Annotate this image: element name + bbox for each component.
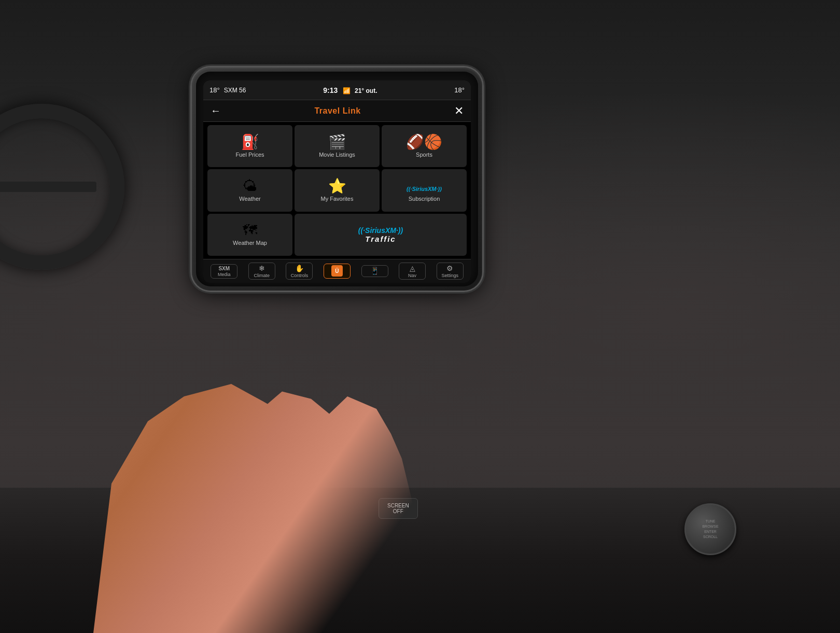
sxm-traffic-button[interactable]: ((·SiriusXM·)) Traffic: [295, 214, 467, 256]
my-favorites-button[interactable]: ⭐ My Favorites: [295, 169, 380, 211]
dashboard-bottom: SCREENOFF TUNEBROWSEENTERSCROLL: [0, 488, 840, 633]
media-nav-item[interactable]: SXM Media: [211, 264, 237, 279]
my-favorites-label: My Favorites: [321, 196, 354, 202]
media-icon: SXM: [218, 266, 230, 271]
uconnect-nav-item[interactable]: Ü: [324, 264, 351, 279]
sxm-traffic-logo: ((·SiriusXM·)) Traffic: [358, 226, 403, 243]
phone-icon: 📱: [370, 267, 379, 275]
media-label: Media: [218, 272, 231, 277]
clock: 9:13 📶 21° out.: [323, 86, 377, 94]
sports-icon: 🏈🏀: [406, 135, 442, 149]
phone-nav-item[interactable]: 📱: [361, 265, 388, 277]
sxm-subscription-button[interactable]: ((·SiriusXM·)) Subscription: [382, 169, 467, 211]
knob-label: TUNEBROWSEENTERSCROLL: [702, 519, 718, 539]
screen-off-button[interactable]: SCREENOFF: [379, 498, 418, 519]
status-bar: 18° SXM 56 9:13 📶 21° out. 18°: [203, 80, 471, 100]
radio-station: SXM 56: [224, 87, 246, 94]
sports-button[interactable]: 🏈🏀 Sports: [382, 125, 467, 167]
back-button[interactable]: ←: [211, 105, 221, 117]
movie-listings-label: Movie Listings: [319, 152, 355, 158]
weather-map-button[interactable]: 🗺 Weather Map: [207, 214, 292, 256]
menu-grid: ⛽ Fuel Prices 🎬 Movie Listings 🏈🏀 Sports…: [203, 122, 471, 259]
weather-map-label: Weather Map: [233, 240, 267, 246]
status-left: 18° SXM 56: [209, 86, 246, 94]
weather-label: Weather: [239, 196, 260, 202]
settings-icon: ⚙: [446, 264, 453, 272]
climate-icon: ❄: [259, 264, 265, 272]
uconnect-icon: Ü: [331, 265, 343, 277]
screen-title: Travel Link: [314, 106, 360, 116]
infotainment-screen: 18° SXM 56 9:13 📶 21° out. 18° ← Travel …: [203, 80, 471, 283]
settings-nav-item[interactable]: ⚙ Settings: [437, 263, 464, 280]
temp-left: 18°: [209, 86, 220, 94]
nav-bar: SXM Media ❄ Climate ✋ Controls Ü 📱 ◬ Nav…: [203, 259, 471, 283]
sports-label: Sports: [416, 152, 432, 158]
settings-label: Settings: [441, 273, 458, 278]
weather-icon: 🌤: [243, 179, 257, 194]
controls-label: Controls: [291, 273, 309, 278]
controls-icon: ✋: [295, 264, 304, 272]
sxm-subscription-icon: ((·SiriusXM·)): [407, 179, 442, 194]
fuel-icon: ⛽: [241, 135, 259, 149]
nav-icon: ◬: [410, 264, 415, 272]
wifi-icon: 📶: [343, 87, 351, 94]
movie-icon: 🎬: [328, 135, 346, 149]
climate-nav-item[interactable]: ❄ Climate: [248, 263, 275, 280]
nav-label: Nav: [408, 273, 416, 278]
favorites-icon: ⭐: [328, 179, 346, 194]
fuel-prices-button[interactable]: ⛽ Fuel Prices: [207, 125, 292, 167]
title-bar: ← Travel Link ✕: [203, 100, 471, 122]
movie-listings-button[interactable]: 🎬 Movie Listings: [295, 125, 380, 167]
weather-map-icon: 🗺: [243, 223, 257, 238]
climate-label: Climate: [254, 273, 270, 278]
close-button[interactable]: ✕: [454, 104, 464, 118]
fuel-prices-label: Fuel Prices: [235, 152, 264, 158]
screen-off-label: SCREENOFF: [387, 503, 409, 514]
status-right: 18°: [454, 86, 465, 94]
nav-nav-item[interactable]: ◬ Nav: [399, 263, 426, 280]
tune-browse-knob[interactable]: TUNEBROWSEENTERSCROLL: [684, 503, 736, 555]
sxm-subscription-label: Subscription: [409, 196, 440, 202]
controls-nav-item[interactable]: ✋ Controls: [286, 263, 313, 280]
temp-right: 18°: [454, 86, 465, 94]
weather-button[interactable]: 🌤 Weather: [207, 169, 292, 211]
